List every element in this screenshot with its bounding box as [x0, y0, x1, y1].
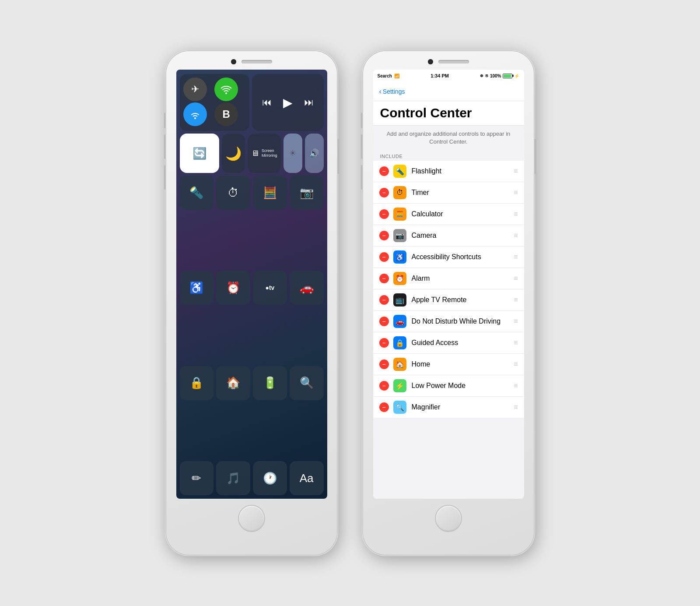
- cc-appletv-btn[interactable]: ●tv: [253, 271, 287, 305]
- power-button[interactable]: [337, 139, 339, 174]
- cc-brightness-btn[interactable]: ☀: [284, 134, 302, 173]
- cc-do-not-disturb-btn[interactable]: 🌙: [222, 134, 245, 173]
- remove-item-button[interactable]: −: [379, 274, 389, 283]
- cc-mid-row: 🔄 🌙 🖥 ScreenMirroring ☀ 🔊: [180, 134, 324, 173]
- back-button[interactable]: ‹ Settings: [379, 88, 405, 95]
- list-item: − 📷 Camera ≡: [373, 225, 524, 247]
- phone1-screen: ✈ B ⏮ ▶ ⏭: [176, 70, 327, 499]
- subtitle-section: Add and organize additional controls to …: [373, 126, 524, 150]
- phone2-screen: Search 📶 1:34 PM ⊕ B 100% ⚡: [373, 70, 524, 499]
- remove-item-button[interactable]: −: [379, 295, 389, 305]
- cc-world-clock-btn[interactable]: 🕐: [253, 461, 287, 495]
- phone1-home-button[interactable]: [239, 506, 264, 531]
- remove-item-button[interactable]: −: [379, 166, 389, 176]
- list-item: − ⏰ Alarm ≡: [373, 268, 524, 289]
- cc-camera-btn[interactable]: 📷: [290, 176, 324, 210]
- cc-text-size-btn[interactable]: Aа: [290, 461, 324, 495]
- drag-handle[interactable]: ≡: [514, 382, 518, 390]
- cc-next-icon[interactable]: ⏭: [304, 97, 314, 108]
- drag-handle[interactable]: ≡: [514, 210, 518, 218]
- cc-battery-btn[interactable]: 🔋: [253, 366, 287, 400]
- cc-alarm-btn[interactable]: ⏰: [216, 271, 250, 305]
- list-item: − 🏠 Home ≡: [373, 354, 524, 375]
- drag-handle[interactable]: ≡: [514, 253, 518, 261]
- item-label: Calculator: [412, 210, 511, 218]
- cc-home-btn[interactable]: 🏠: [216, 366, 250, 400]
- drag-handle[interactable]: ≡: [514, 275, 518, 282]
- remove-item-button[interactable]: −: [379, 381, 389, 391]
- volume-up-button-2[interactable]: [361, 134, 363, 159]
- silent-button[interactable]: [164, 113, 166, 128]
- cc-shazam-btn[interactable]: 🎵: [216, 461, 250, 495]
- cc-screen-lock-btn[interactable]: 🔄: [180, 134, 219, 173]
- remove-item-button[interactable]: −: [379, 231, 389, 240]
- cc-lock-screen-btn[interactable]: 🔒: [180, 366, 214, 400]
- drag-handle[interactable]: ≡: [514, 403, 518, 411]
- silent-button-2[interactable]: [361, 113, 363, 128]
- cc-timer-btn[interactable]: ⏱: [216, 176, 250, 210]
- search-text: Search: [378, 74, 392, 78]
- phone-top: [166, 59, 337, 64]
- item-icon: 🔒: [393, 336, 406, 349]
- control-center-panel: ✈ B ⏮ ▶ ⏭: [176, 70, 327, 499]
- cc-notes-btn[interactable]: ✏: [180, 461, 214, 495]
- cc-volume-btn[interactable]: 🔊: [305, 134, 324, 173]
- list-item: − 🔍 Magnifier ≡: [373, 397, 524, 418]
- battery-fill: [504, 74, 511, 78]
- cc-bottom-row: ✏ 🎵 🕐 Aа: [180, 461, 324, 495]
- phone-control-center: ✈ B ⏮ ▶ ⏭: [166, 51, 337, 555]
- cc-calculator-btn[interactable]: 🧮: [253, 176, 287, 210]
- back-chevron-icon: ‹: [379, 88, 382, 95]
- remove-item-button[interactable]: −: [379, 188, 389, 197]
- status-time: 1:34 PM: [430, 73, 449, 78]
- list-item: − ♿ Accessibility Shortcuts ≡: [373, 247, 524, 268]
- cc-wifi2-btn[interactable]: [183, 102, 207, 126]
- nav-bar: ‹ Settings: [373, 82, 524, 101]
- list-item: − 🚗 Do Not Disturb While Driving ≡: [373, 311, 524, 332]
- cc-wifi-btn[interactable]: [214, 78, 238, 101]
- page-title: Control Center: [380, 106, 517, 120]
- remove-item-button[interactable]: −: [379, 252, 389, 262]
- remove-item-button[interactable]: −: [379, 338, 389, 348]
- item-label: Do Not Disturb While Driving: [412, 317, 511, 325]
- volume-down-button[interactable]: [164, 165, 166, 190]
- item-label: Low Power Mode: [412, 382, 511, 390]
- remove-item-button[interactable]: −: [379, 359, 389, 369]
- cc-play-icon[interactable]: ▶: [283, 95, 293, 110]
- drag-handle[interactable]: ≡: [514, 360, 518, 368]
- volume-down-button-2[interactable]: [361, 165, 363, 190]
- cc-dnd-driving-btn[interactable]: 🚗: [290, 271, 324, 305]
- item-icon: 🔦: [393, 165, 406, 178]
- remove-item-button[interactable]: −: [379, 402, 389, 412]
- item-label: Camera: [412, 232, 511, 240]
- item-label: Guided Access: [412, 339, 511, 347]
- power-button-2[interactable]: [534, 139, 536, 174]
- remove-item-button[interactable]: −: [379, 209, 389, 219]
- drag-handle[interactable]: ≡: [514, 167, 518, 175]
- list-item: − 🔦 Flashlight ≡: [373, 161, 524, 182]
- left-side-buttons: [164, 113, 166, 190]
- cc-prev-icon[interactable]: ⏮: [262, 97, 272, 108]
- cc-flashlight-btn[interactable]: 🔦: [180, 176, 214, 210]
- remove-item-button[interactable]: −: [379, 317, 389, 326]
- page-title-section: Control Center: [373, 101, 524, 126]
- drag-handle[interactable]: ≡: [514, 296, 518, 304]
- drag-handle[interactable]: ≡: [514, 339, 518, 347]
- phone2-home-button[interactable]: [436, 506, 461, 531]
- cc-screen-mirror-btn[interactable]: 🖥 ScreenMirroring: [248, 134, 280, 173]
- item-icon: 🚗: [393, 315, 406, 328]
- cc-magnifier-btn[interactable]: 🔍: [290, 366, 324, 400]
- item-label: Magnifier: [412, 403, 511, 411]
- item-icon: ♿: [393, 250, 406, 264]
- cc-music-block: ⏮ ▶ ⏭: [252, 74, 324, 131]
- item-icon: ⚡: [393, 379, 406, 392]
- speaker-grille-2: [438, 60, 469, 63]
- cc-accessibility-btn[interactable]: ♿: [180, 271, 214, 305]
- volume-up-button[interactable]: [164, 134, 166, 159]
- cc-airplane-btn[interactable]: ✈: [183, 78, 207, 101]
- drag-handle[interactable]: ≡: [514, 189, 518, 197]
- drag-handle[interactable]: ≡: [514, 317, 518, 325]
- drag-handle[interactable]: ≡: [514, 232, 518, 240]
- cc-bluetooth-btn[interactable]: B: [214, 102, 238, 126]
- item-icon: 📷: [393, 229, 406, 242]
